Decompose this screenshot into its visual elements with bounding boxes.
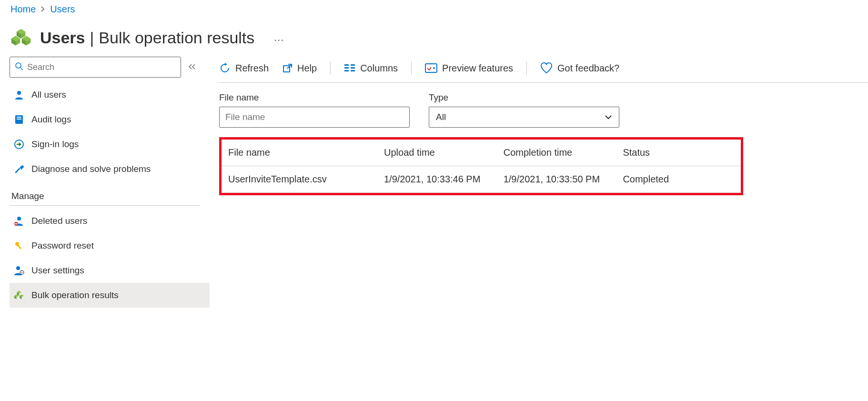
main-content: Refresh Help Columns xyxy=(210,57,868,308)
columns-icon xyxy=(344,63,355,73)
feedback-button[interactable]: Got feedback? xyxy=(540,62,619,74)
user-gear-icon xyxy=(13,265,25,276)
sidebar-item-label: Sign-in logs xyxy=(31,139,79,150)
chevron-down-icon xyxy=(605,113,612,121)
sidebar-nav: All users Audit logs Sign-in logs Diagno… xyxy=(10,82,210,181)
preview-icon xyxy=(425,63,437,73)
toolbar-label: Columns xyxy=(360,63,398,74)
search-icon xyxy=(15,62,23,73)
help-button[interactable]: Help xyxy=(282,63,317,74)
table-row[interactable]: UserInviteTemplate.csv 1/9/2021, 10:33:4… xyxy=(222,166,741,193)
sidebar-item-label: Diagnose and solve problems xyxy=(31,164,151,174)
person-icon xyxy=(13,89,25,100)
cell-file: UserInviteTemplate.csv xyxy=(222,166,377,193)
results-highlight-box: File name Upload time Completion time St… xyxy=(219,137,743,195)
sidebar-section-manage: Manage xyxy=(11,191,210,201)
sidebar: All users Audit logs Sign-in logs Diagno… xyxy=(0,57,210,308)
toolbar: Refresh Help Columns xyxy=(219,57,868,83)
signin-icon xyxy=(13,139,25,150)
refresh-button[interactable]: Refresh xyxy=(219,62,269,74)
cubes-icon xyxy=(10,27,31,48)
more-icon[interactable]: … xyxy=(273,31,285,44)
refresh-icon xyxy=(219,62,231,74)
svg-rect-31 xyxy=(344,64,349,66)
toolbar-label: Refresh xyxy=(235,63,269,74)
columns-button[interactable]: Columns xyxy=(344,63,398,74)
sidebar-item-label: Deleted users xyxy=(31,216,87,226)
cell-completion: 1/9/2021, 10:33:50 PM xyxy=(497,166,616,193)
sidebar-item-deleted-users[interactable]: Deleted users xyxy=(10,209,210,233)
sidebar-search-input[interactable] xyxy=(27,62,176,72)
svg-line-10 xyxy=(20,68,23,70)
cell-status: Completed xyxy=(616,166,741,193)
sidebar-item-audit-logs[interactable]: Audit logs xyxy=(10,107,210,132)
preview-features-button[interactable]: Preview features xyxy=(425,63,513,74)
chevron-right-icon xyxy=(40,5,45,14)
svg-point-23 xyxy=(21,272,22,273)
page-header: Users | Bulk operation results … xyxy=(0,19,868,57)
svg-point-38 xyxy=(433,67,435,69)
heart-icon xyxy=(540,62,553,74)
external-link-icon xyxy=(282,63,293,73)
sidebar-item-diagnose[interactable]: Diagnose and solve problems xyxy=(10,157,210,181)
table-header-row: File name Upload time Completion time St… xyxy=(222,140,741,166)
title-separator: | xyxy=(90,29,94,47)
sidebar-item-bulk-operation-results[interactable]: Bulk operation results xyxy=(10,283,210,308)
breadcrumb: Home Users xyxy=(0,0,868,19)
toolbar-label: Got feedback? xyxy=(557,63,619,74)
svg-rect-20 xyxy=(17,245,21,249)
collapse-sidebar-icon[interactable] xyxy=(188,62,196,72)
sidebar-item-label: Audit logs xyxy=(31,114,71,125)
results-table: File name Upload time Completion time St… xyxy=(222,140,741,193)
svg-point-16 xyxy=(17,217,21,221)
sidebar-manage-nav: Deleted users Password reset User settin… xyxy=(10,209,210,308)
sidebar-item-label: Bulk operation results xyxy=(31,290,119,301)
filter-filename-input[interactable] xyxy=(219,107,410,128)
filters: File name Type All xyxy=(219,83,868,134)
svg-rect-14 xyxy=(17,119,21,120)
toolbar-label: Preview features xyxy=(442,63,513,74)
svg-rect-32 xyxy=(344,67,349,69)
sidebar-item-label: All users xyxy=(31,90,66,100)
filter-type: Type All xyxy=(429,92,619,128)
col-header-completion[interactable]: Completion time xyxy=(497,140,616,166)
page-title-bold: Users xyxy=(40,29,85,47)
svg-point-21 xyxy=(16,266,20,270)
svg-rect-35 xyxy=(351,67,355,69)
svg-rect-37 xyxy=(425,64,437,72)
toolbar-label: Help xyxy=(297,63,317,74)
svg-rect-33 xyxy=(344,70,349,71)
svg-rect-36 xyxy=(351,70,355,71)
col-header-file[interactable]: File name xyxy=(222,140,377,166)
page-title-rest: Bulk operation results xyxy=(99,29,254,47)
filter-filename-label: File name xyxy=(219,92,410,103)
sidebar-item-signin-logs[interactable]: Sign-in logs xyxy=(10,132,210,157)
divider xyxy=(10,205,200,206)
svg-point-11 xyxy=(17,91,21,95)
sidebar-item-label: Password reset xyxy=(31,241,94,251)
breadcrumb-home[interactable]: Home xyxy=(10,4,36,15)
filter-type-select[interactable]: All xyxy=(429,107,619,128)
wrench-icon xyxy=(13,163,25,175)
col-header-status[interactable]: Status xyxy=(616,140,741,166)
page-title: Users | Bulk operation results xyxy=(40,29,254,47)
book-icon xyxy=(13,114,25,125)
toolbar-separator xyxy=(411,61,412,75)
sidebar-item-label: User settings xyxy=(31,265,84,276)
svg-point-9 xyxy=(16,63,21,68)
svg-rect-13 xyxy=(17,117,21,118)
sidebar-item-all-users[interactable]: All users xyxy=(10,82,210,107)
cubes-small-icon xyxy=(13,290,25,301)
sidebar-search[interactable] xyxy=(10,57,181,78)
col-header-upload[interactable]: Upload time xyxy=(377,140,497,166)
sidebar-item-user-settings[interactable]: User settings xyxy=(10,258,210,283)
cell-upload: 1/9/2021, 10:33:46 PM xyxy=(377,166,497,193)
toolbar-separator xyxy=(526,61,527,75)
breadcrumb-users[interactable]: Users xyxy=(50,4,75,15)
filter-type-value: All xyxy=(436,112,446,122)
svg-rect-34 xyxy=(351,64,355,66)
sidebar-item-password-reset[interactable]: Password reset xyxy=(10,233,210,258)
svg-point-19 xyxy=(15,242,19,246)
deleted-user-icon xyxy=(13,215,25,227)
key-icon xyxy=(13,240,25,251)
